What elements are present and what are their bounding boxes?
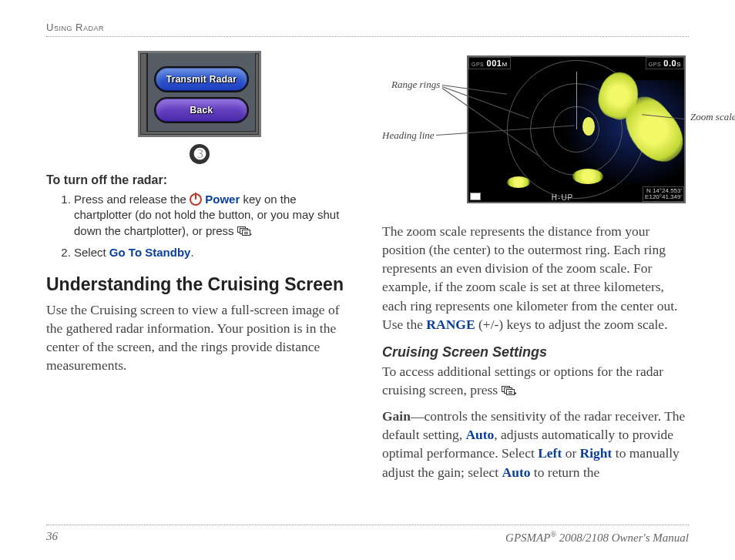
understanding-cruising-heading: Understanding the Cruising Screen: [46, 274, 353, 296]
power-icon: [190, 193, 202, 206]
left-column: Transmit Radar Back ➌ To turn off the ra…: [46, 51, 353, 481]
access-settings-paragraph: To access additional settings or options…: [382, 362, 689, 399]
gain-label: Gain: [382, 408, 411, 424]
header-rule: [46, 36, 689, 37]
device-screenshot: Transmit Radar Back: [138, 51, 261, 137]
back-button: Back: [154, 97, 249, 123]
cruising-settings-heading: Cruising Screen Settings: [382, 344, 689, 360]
cruising-intro-paragraph: Use the Cruising screen to view a full-s…: [46, 300, 353, 375]
power-key-label: Power: [205, 193, 240, 206]
footer-product: GPSMAP® 2008/2108 Owner's Manual: [505, 530, 689, 545]
zoom-scale-paragraph: The zoom scale represents the distance f…: [382, 222, 689, 334]
radar-figure: Range rings Heading line GPS 001M GP: [382, 51, 689, 211]
radar-top-right-readout: GPS 0.0S: [646, 57, 684, 69]
turn-off-radar-heading: To turn off the radar:: [46, 173, 353, 187]
zoom-scale-callout: Zoom scale: [690, 111, 735, 123]
menu-icon: [502, 386, 514, 395]
step-1: Press and release the Power key on the c…: [74, 192, 353, 239]
orientation-label: H-UP: [552, 193, 573, 202]
radar-top-left-readout: GPS 001M: [468, 57, 511, 69]
page-number: 36: [46, 530, 58, 545]
right-column: Range rings Heading line GPS 001M GP: [382, 51, 689, 481]
transmit-radar-button: Transmit Radar: [154, 66, 249, 92]
flag-icon: [470, 193, 481, 200]
page-footer: 36 GPSMAP® 2008/2108 Owner's Manual: [46, 525, 689, 545]
menu-icon: [237, 226, 250, 236]
step-2: Select Go To Standby.: [74, 245, 353, 260]
gain-paragraph: Gain—controls the sensitivity of the rad…: [382, 407, 689, 481]
page-header-section: Using Radar: [46, 22, 689, 33]
heading-line-callout: Heading line: [382, 129, 435, 142]
coords-readout: N 14°24.553' E120°41.349': [643, 186, 684, 202]
step-number-badge: ➌: [46, 142, 353, 164]
range-key-label: RANGE: [426, 317, 475, 332]
range-rings-callout: Range rings: [391, 79, 440, 91]
go-to-standby-link: Go To Standby: [109, 246, 191, 259]
